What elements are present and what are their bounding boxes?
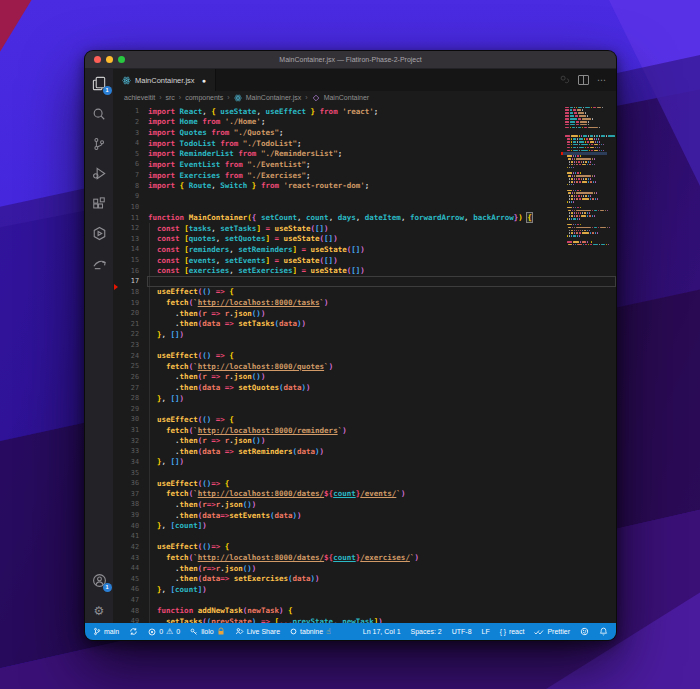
media-hexagon-icon[interactable] [91, 225, 108, 242]
minimize-window-button[interactable] [106, 56, 113, 63]
line-number[interactable]: 42 [113, 543, 148, 551]
line-number[interactable]: 31 [113, 426, 148, 434]
code-line[interactable]: 36 useEffect(()=> { [113, 478, 560, 489]
line-number[interactable]: 34 [113, 458, 148, 466]
line-number[interactable]: 38 [113, 500, 148, 508]
notifications-button[interactable] [599, 627, 608, 636]
line-number[interactable]: 47 [113, 596, 148, 604]
code-line[interactable]: 46 }, [count]) [113, 584, 560, 595]
code-line[interactable]: 38 .then(r=>r.json()) [113, 499, 560, 510]
indentation-indicator[interactable]: Spaces: 2 [411, 628, 442, 635]
split-editor-icon[interactable] [578, 75, 589, 85]
code-line[interactable]: 5import ReminderList from "./RemindersLi… [113, 149, 560, 160]
code-line[interactable]: 44 .then(r=>r.json()) [113, 563, 560, 574]
more-actions-icon[interactable]: ⋯ [597, 75, 607, 85]
line-number[interactable]: 13 [113, 235, 148, 243]
code-line[interactable]: 10 [113, 202, 560, 213]
settings-gear-icon[interactable]: ⚙ [91, 602, 108, 619]
branch-indicator[interactable]: main [93, 627, 119, 636]
breadcrumb-project[interactable]: achieveitit [124, 94, 155, 101]
line-number[interactable]: 28 [113, 394, 148, 402]
code-line[interactable]: 27 .then(data => setQuotes(data)) [113, 382, 560, 393]
code-line[interactable]: 24 useEffect(() => { [113, 350, 560, 361]
code-line[interactable]: 14 const [reminders, setReminders] = use… [113, 244, 560, 255]
formatter-indicator[interactable]: Prettier [534, 628, 570, 636]
line-number[interactable]: 17 [113, 277, 148, 285]
line-number[interactable]: 7 [113, 171, 148, 179]
open-changes-icon[interactable] [560, 71, 570, 89]
source-control-icon[interactable] [91, 135, 108, 152]
code-line[interactable]: 23 [113, 340, 560, 351]
code-line[interactable]: 7import Exercises from "./Exercises"; [113, 170, 560, 181]
line-number[interactable]: 35 [113, 469, 148, 477]
code-line[interactable]: 8import { Route, Switch } from 'react-ro… [113, 180, 560, 191]
line-number[interactable]: 23 [113, 341, 148, 349]
code-line[interactable]: 32 .then(r => r.json()) [113, 435, 560, 446]
tabnine-indicator[interactable]: tabnine ☝ [290, 627, 331, 636]
line-number[interactable]: 33 [113, 447, 148, 455]
breadcrumb-file[interactable]: MainContainer.jsx [246, 94, 302, 101]
code-line[interactable]: 6import EventList from "./EventList"; [113, 159, 560, 170]
line-number[interactable]: 46 [113, 585, 148, 593]
code-line[interactable]: 30 useEffect(() => { [113, 414, 560, 425]
minimap[interactable] [563, 106, 607, 246]
line-number[interactable]: 40 [113, 522, 148, 530]
eol-indicator[interactable]: LF [482, 628, 490, 635]
code-line[interactable]: 13 const [quotes, setQuotes] = useState(… [113, 234, 560, 245]
code-line[interactable]: 9 [113, 191, 560, 202]
encoding-indicator[interactable]: UTF-8 [452, 628, 472, 635]
code-line[interactable]: 49 setTasks((prevState) => [...prevState… [113, 616, 560, 623]
code-line[interactable]: 26 .then(r => r.json()) [113, 372, 560, 383]
code-line[interactable]: 19 fetch(`http://localhost:8000/tasks`) [113, 297, 560, 308]
line-number[interactable]: 11 [113, 214, 148, 222]
line-number[interactable]: 26 [113, 373, 148, 381]
sync-button[interactable] [129, 627, 138, 636]
line-number[interactable]: 44 [113, 564, 148, 572]
line-number[interactable]: 16 [113, 267, 148, 275]
code-line[interactable]: 15 const [events, setEvents] = useState(… [113, 255, 560, 266]
code-line[interactable]: 37 fetch(`http://localhost:8000/dates/${… [113, 489, 560, 500]
search-icon[interactable] [91, 105, 108, 122]
code-line[interactable]: 20 .then(r => r.json()) [113, 308, 560, 319]
run-debug-icon[interactable] [91, 165, 108, 182]
code-line[interactable]: 18 useEffect(() => { [113, 287, 560, 298]
code-line[interactable]: 12 const [tasks, setTasks] = useState([]… [113, 223, 560, 234]
code-line[interactable]: 40 }, [count]) [113, 520, 560, 531]
code-line[interactable]: 21 .then(data => setTasks(data)) [113, 319, 560, 330]
code-line[interactable]: 4import TodoList from "./TodoList"; [113, 138, 560, 149]
line-number[interactable]: 37 [113, 490, 148, 498]
line-number[interactable]: 19 [113, 299, 148, 307]
line-number[interactable]: 9 [113, 192, 148, 200]
problems-indicator[interactable]: 0 ⚠ 0 [148, 627, 180, 636]
code-line[interactable]: 31 fetch(`http://localhost:8000/reminder… [113, 425, 560, 436]
line-number[interactable]: 49 [113, 617, 148, 623]
code-line[interactable]: 43 fetch(`http://localhost:8000/dates/${… [113, 552, 560, 563]
explorer-icon[interactable]: 1 [91, 75, 108, 92]
code-line[interactable]: 17 [113, 276, 560, 287]
line-number[interactable]: 39 [113, 511, 148, 519]
line-number[interactable]: 25 [113, 362, 148, 370]
code-line[interactable]: 33 .then(data => setReminders(data)) [113, 446, 560, 457]
line-number[interactable]: 4 [113, 139, 148, 147]
share-curve-icon[interactable] [91, 255, 108, 272]
line-number[interactable]: 20 [113, 309, 148, 317]
code-line[interactable]: 47 [113, 595, 560, 606]
close-window-button[interactable] [94, 56, 101, 63]
code-line[interactable]: 28 }, []) [113, 393, 560, 404]
line-number[interactable]: 45 [113, 575, 148, 583]
tab-maincontainer[interactable]: MainContainer.jsx ● [113, 69, 216, 91]
live-share-button[interactable]: Live Share [235, 627, 280, 636]
breadcrumb-src[interactable]: src [165, 94, 174, 101]
line-number[interactable]: 5 [113, 150, 148, 158]
line-number[interactable]: 8 [113, 182, 148, 190]
line-number[interactable]: 32 [113, 437, 148, 445]
code-line[interactable]: 39 .then(data=>setEvents(data)) [113, 510, 560, 521]
line-number[interactable]: 36 [113, 479, 148, 487]
line-number[interactable]: 15 [113, 256, 148, 264]
code-line[interactable]: 41 [113, 531, 560, 542]
breadcrumb-components[interactable]: components [185, 94, 223, 101]
modified-dot[interactable]: ● [202, 77, 206, 84]
language-mode[interactable]: { } react [500, 628, 525, 635]
code-line[interactable]: 1import React, { useState, useEffect } f… [113, 106, 560, 117]
line-number[interactable]: 27 [113, 384, 148, 392]
